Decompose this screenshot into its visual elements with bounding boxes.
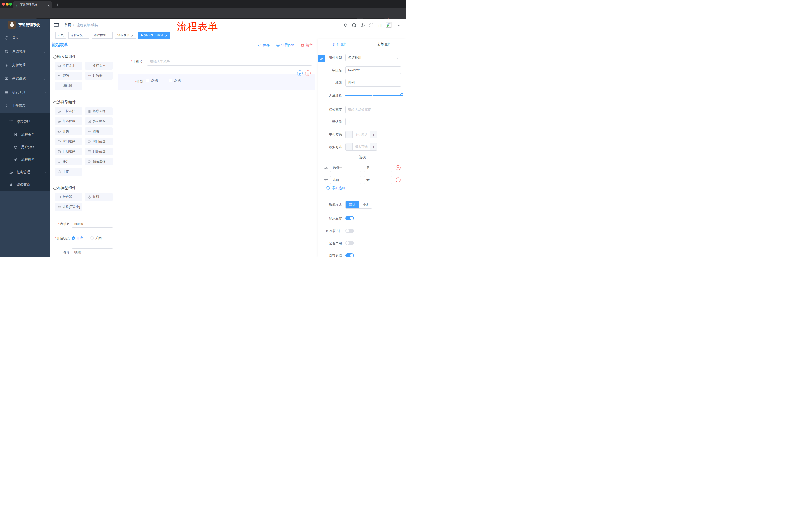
sidebar-item-流程模型[interactable]: 流程模型: [0, 154, 50, 166]
tag-流程定义[interactable]: 流程定义: [68, 32, 89, 39]
sidebar-item-系统管理[interactable]: 系统管理: [0, 45, 50, 58]
palette-item-编辑器[interactable]: 编辑器: [55, 82, 82, 90]
selected-component-gender[interactable]: *性别 选项一选项二: [118, 74, 315, 90]
tab-form-props[interactable]: 表单属性: [377, 42, 391, 47]
toggle-是否禁用[interactable]: [345, 241, 354, 245]
sidebar-logo[interactable]: 芋道管理系统: [0, 19, 50, 31]
palette-item-多选框组[interactable]: 多选框组: [85, 117, 113, 125]
gender-option-checkbox[interactable]: 选项二: [169, 78, 184, 83]
drag-option-icon[interactable]: [324, 166, 328, 170]
status-off-radio[interactable]: 关闭: [90, 236, 102, 240]
text-size-icon[interactable]: TT: [378, 23, 383, 28]
palette-item-开关[interactable]: 开关: [55, 128, 82, 135]
remove-option-button[interactable]: [396, 177, 401, 183]
sidebar-item-工作流程[interactable]: 工作流程: [0, 99, 50, 113]
form-canvas[interactable]: *手机号 *性别 选项一选项二: [115, 51, 318, 257]
tag-close-icon[interactable]: [165, 34, 168, 37]
tag-流程表单[interactable]: 流程表单: [115, 32, 136, 39]
palette-item-行容器[interactable]: 行容器: [55, 193, 82, 201]
palette-item-时间范围[interactable]: 时间范围: [85, 138, 113, 145]
tag-close-icon[interactable]: [131, 34, 134, 37]
grid-slider[interactable]: [345, 94, 401, 96]
sidebar-item-流程表单[interactable]: 流程表单: [0, 128, 50, 141]
delete-component-button[interactable]: [305, 71, 311, 76]
breadcrumb-home[interactable]: 首页: [64, 23, 71, 27]
sidebar-item-用户分组[interactable]: 用户分组: [0, 141, 50, 154]
palette-item-按钮[interactable]: 按钮: [85, 193, 113, 201]
clear-button[interactable]: 清空: [301, 43, 313, 47]
help-question-icon[interactable]: [360, 23, 365, 27]
stepper-plus-button[interactable]: +: [370, 131, 377, 138]
fullscreen-icon[interactable]: [369, 23, 374, 27]
stepper-minus-button[interactable]: −: [346, 131, 353, 138]
label-width-input[interactable]: [348, 108, 399, 112]
tag-close-icon[interactable]: [108, 34, 110, 37]
stepper-placeholder[interactable]: 至少应选: [353, 131, 370, 138]
browser-tab[interactable]: 芋道管理系统: [13, 1, 52, 8]
sidebar-collapse-icon[interactable]: [54, 22, 59, 27]
tab-close-icon[interactable]: [47, 3, 50, 6]
option-value-input[interactable]: [364, 176, 393, 184]
tag-流程模型[interactable]: 流程模型: [92, 32, 113, 39]
option-label-input[interactable]: [330, 176, 361, 184]
component-type-select[interactable]: 多选框组: [345, 54, 401, 61]
checkbox-box[interactable]: [146, 79, 149, 82]
sidebar-item-流程管理[interactable]: 流程管理: [0, 116, 50, 128]
palette-item-滑块[interactable]: 滑块: [85, 128, 113, 135]
field-name-input[interactable]: [348, 69, 399, 72]
option-value-input[interactable]: [364, 164, 393, 172]
palette-item-下拉选择[interactable]: 下拉选择: [55, 107, 82, 115]
title-input[interactable]: [348, 81, 399, 85]
sidebar-item-研发工具[interactable]: 研发工具: [0, 85, 50, 99]
stepper-placeholder[interactable]: 最多可选: [353, 143, 370, 151]
save-button[interactable]: 保存: [258, 43, 269, 47]
sidebar-item-支付管理[interactable]: 支付管理: [0, 58, 50, 72]
palette-item-多行文本[interactable]: 多行文本: [85, 62, 113, 70]
palette-item-表格[开发中][interactable]: 表格[开发中]: [55, 203, 82, 211]
palette-item-单行文本[interactable]: 单行文本: [55, 62, 82, 70]
window-minimize-button[interactable]: [5, 2, 8, 5]
stepper-minus-button[interactable]: −: [346, 143, 353, 151]
window-close-button[interactable]: [2, 2, 5, 5]
sidebar-item-基础设施[interactable]: 基础设施: [0, 72, 50, 85]
github-icon[interactable]: [352, 23, 356, 28]
slider-handle[interactable]: [401, 93, 404, 96]
palette-item-日期范围[interactable]: 日期范围: [85, 147, 113, 155]
sidebar-item-任务管理[interactable]: 任务管理: [0, 166, 50, 179]
default-value-input[interactable]: [348, 120, 399, 124]
tag-close-icon[interactable]: [84, 34, 87, 37]
style-option-按钮[interactable]: 按钮: [359, 201, 372, 209]
tab-component-props[interactable]: 组件属性: [333, 42, 347, 47]
toggle-是否必填[interactable]: [345, 253, 354, 257]
tag-流程表单-编辑[interactable]: 流程表单-编辑: [139, 32, 170, 39]
phone-input[interactable]: [147, 58, 312, 65]
new-tab-button[interactable]: [56, 2, 59, 6]
sidebar-item-首页[interactable]: 首页: [0, 31, 50, 45]
palette-item-日期选择[interactable]: 日期选择: [55, 147, 82, 155]
palette-item-时间选择[interactable]: 时间选择: [55, 138, 82, 145]
sidebar-item-请假查询[interactable]: 请假查询: [0, 179, 50, 191]
search-icon[interactable]: [344, 23, 348, 27]
checkbox-box[interactable]: [169, 79, 172, 82]
palette-item-计数器[interactable]: 123计数器: [85, 72, 113, 80]
option-label-input[interactable]: [330, 164, 361, 172]
view-json-button[interactable]: 查看json: [276, 43, 294, 47]
palette-item-评分[interactable]: 评分: [55, 158, 82, 165]
palette-item-密码[interactable]: 密码: [55, 72, 82, 80]
palette-item-单选框组[interactable]: 单选框组: [55, 117, 82, 125]
form-name-input[interactable]: [71, 220, 113, 227]
add-option-button[interactable]: 添加选项: [326, 186, 345, 190]
toggle-显示标签[interactable]: [345, 216, 354, 220]
window-maximize-button[interactable]: [9, 2, 12, 5]
duplicate-component-button[interactable]: [297, 71, 303, 76]
remark-textarea[interactable]: 嘿嘿: [71, 248, 113, 257]
tag-首页[interactable]: 首页: [55, 32, 66, 39]
remove-option-button[interactable]: [396, 165, 401, 170]
palette-item-上传[interactable]: 上传: [55, 168, 82, 175]
toggle-是否带边框[interactable]: [345, 228, 354, 233]
style-option-默认[interactable]: 默认: [346, 201, 359, 209]
palette-item-级联选择[interactable]: 级联选择: [85, 107, 113, 115]
palette-item-颜色选择[interactable]: 颜色选择: [85, 158, 113, 165]
gender-option-checkbox[interactable]: 选项一: [146, 78, 161, 83]
user-menu-caret-icon[interactable]: [398, 25, 400, 26]
